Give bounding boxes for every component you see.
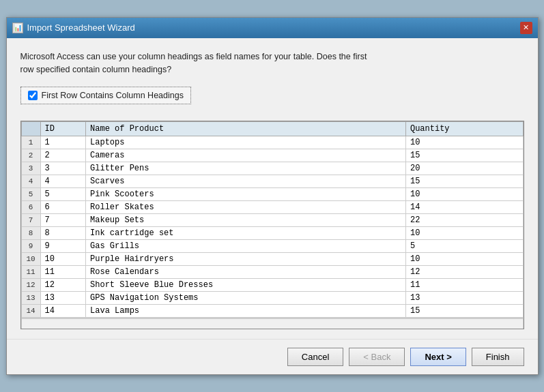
cell-name: Purple Hairdryers [86,253,406,266]
table-row: 8 8 Ink cartridge set 10 [21,227,523,240]
cell-qty: 10 [405,188,523,201]
row-number: 13 [21,292,40,305]
cell-name: Pink Scooters [86,188,406,201]
cell-qty: 10 [405,136,523,149]
cell-qty: 13 [405,292,523,305]
close-button[interactable]: ✕ [520,22,532,34]
cell-qty: 12 [405,266,523,279]
cell-qty: 15 [405,305,523,318]
cell-qty: 10 [405,253,523,266]
row-number: 12 [21,279,40,292]
cell-id: 8 [40,227,86,240]
cell-qty: 15 [405,149,523,162]
cell-qty: 5 [405,240,523,253]
cell-name: Short Sleeve Blue Dresses [86,279,406,292]
cell-qty: 14 [405,201,523,214]
window-title: Import Spreadsheet Wizard [27,22,135,33]
cell-qty: 11 [405,279,523,292]
titlebar-left: 📊 Import Spreadsheet Wizard [12,22,135,33]
horizontal-scrollbar[interactable] [21,318,524,329]
checkbox-area: First Row Contains Column Headings [20,87,524,104]
col-header-name: Name of Product [86,122,406,136]
row-number: 10 [21,253,40,266]
col-header-qty: Quantity [405,122,523,136]
wizard-footer: Cancel < Back Next > Finish [7,339,538,374]
first-row-checkbox[interactable] [28,91,38,100]
table-row: 5 5 Pink Scooters 10 [21,188,523,201]
table-scroll-area[interactable]: ID Name of Product Quantity 1 1 Laptops … [21,121,524,318]
table-row: 12 12 Short Sleeve Blue Dresses 11 [21,279,523,292]
table-row: 6 6 Roller Skates 14 [21,201,523,214]
table-row: 11 11 Rose Calendars 12 [21,266,523,279]
cell-name: Rose Calendars [86,266,406,279]
table-row: 2 2 Cameras 15 [21,149,523,162]
row-number: 6 [21,201,40,214]
cell-id: 2 [40,149,86,162]
cell-name: Glitter Pens [86,162,406,175]
table-header-row: ID Name of Product Quantity [21,122,523,136]
cell-id: 1 [40,136,86,149]
cancel-button[interactable]: Cancel [287,348,343,366]
titlebar: 📊 Import Spreadsheet Wizard ✕ [7,18,538,38]
cell-name: Makeup Sets [86,214,406,227]
data-table-container: ID Name of Product Quantity 1 1 Laptops … [20,121,524,329]
cell-id: 11 [40,266,86,279]
cell-qty: 15 [405,175,523,188]
cell-name: GPS Navigation Systems [86,292,406,305]
finish-button[interactable]: Finish [472,348,524,366]
wizard-content: Microsoft Access can use your column hea… [7,38,538,340]
cell-name: Gas Grills [86,240,406,253]
row-number: 3 [21,162,40,175]
col-header-rownum [21,122,40,136]
checkbox-group: First Row Contains Column Headings [20,87,191,104]
cell-id: 5 [40,188,86,201]
cell-name: Lava Lamps [86,305,406,318]
cell-id: 13 [40,292,86,305]
row-number: 4 [21,175,40,188]
row-number: 14 [21,305,40,318]
row-number: 2 [21,149,40,162]
cell-name: Ink cartridge set [86,227,406,240]
app-icon: 📊 [12,22,23,33]
wizard-window: 📊 Import Spreadsheet Wizard ✕ Microsoft … [6,17,539,376]
cell-name: Laptops [86,136,406,149]
cell-name: Cameras [86,149,406,162]
back-button[interactable]: < Back [349,348,405,366]
table-row: 4 4 Scarves 15 [21,175,523,188]
row-number: 11 [21,266,40,279]
table-row: 10 10 Purple Hairdryers 10 [21,253,523,266]
row-number: 8 [21,227,40,240]
cell-qty: 20 [405,162,523,175]
table-row: 1 1 Laptops 10 [21,136,523,149]
cell-id: 10 [40,253,86,266]
table-row: 14 14 Lava Lamps 15 [21,305,523,318]
cell-id: 6 [40,201,86,214]
table-row: 7 7 Makeup Sets 22 [21,214,523,227]
cell-id: 12 [40,279,86,292]
row-number: 7 [21,214,40,227]
row-number: 5 [21,188,40,201]
table-row: 3 3 Glitter Pens 20 [21,162,523,175]
cell-id: 14 [40,305,86,318]
col-header-id: ID [40,122,86,136]
cell-qty: 22 [405,214,523,227]
cell-id: 4 [40,175,86,188]
description-text: Microsoft Access can use your column hea… [20,50,524,76]
table-row: 9 9 Gas Grills 5 [21,240,523,253]
row-number: 9 [21,240,40,253]
row-number: 1 [21,136,40,149]
cell-qty: 10 [405,227,523,240]
cell-id: 9 [40,240,86,253]
cell-id: 3 [40,162,86,175]
next-button[interactable]: Next > [410,348,466,366]
cell-name: Scarves [86,175,406,188]
scrollbar-track [21,318,524,329]
table-row: 13 13 GPS Navigation Systems 13 [21,292,523,305]
cell-name: Roller Skates [86,201,406,214]
cell-id: 7 [40,214,86,227]
spreadsheet-table: ID Name of Product Quantity 1 1 Laptops … [21,121,524,318]
checkbox-label[interactable]: First Row Contains Column Headings [42,91,184,100]
